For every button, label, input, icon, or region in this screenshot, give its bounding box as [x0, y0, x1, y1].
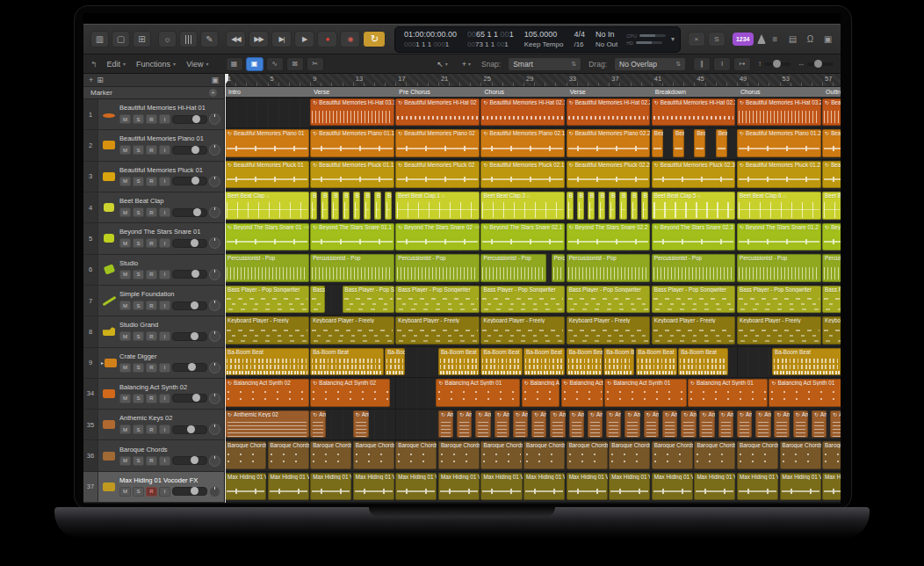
inspector-button[interactable]: ▢ — [112, 31, 130, 47]
track-m-button[interactable]: M — [119, 456, 131, 466]
volume-slider[interactable] — [172, 487, 207, 496]
track-s-button[interactable]: S — [133, 270, 144, 279]
arrange-track-lane[interactable]: Ba-Boom BeatBa-Boom BeatBa-Boom BeatBa-B… — [225, 347, 841, 378]
track-m-button[interactable]: M — [119, 487, 131, 497]
region[interactable]: Beautiful Memories Piano — [716, 129, 727, 156]
region[interactable]: B — [598, 192, 605, 219]
lcd-tempo[interactable]: 105.0000 Keep Tempo — [519, 28, 569, 51]
track-name[interactable]: Beyond The Stars Snare 01 — [119, 228, 220, 236]
region[interactable]: ↻Anthemic Keys 02 — [310, 410, 326, 438]
pan-knob[interactable] — [209, 455, 220, 467]
region[interactable]: Max Hiding 01 Vocoder FX — [523, 473, 565, 500]
arrange-track-lane[interactable]: Max Hiding 01 Vocoder FXMax Hiding 01 Vo… — [225, 472, 841, 503]
track-s-button[interactable]: S — [133, 331, 144, 341]
region[interactable]: ↻Beautiful Memories Pluck 01.2 — [737, 161, 821, 188]
region[interactable]: ↻Beautiful Memories Hi-Hat 02.2 — [567, 98, 651, 126]
track-i-button[interactable]: I — [159, 114, 170, 124]
region[interactable]: ↻Anthemic Keys 02 — [624, 410, 639, 438]
section-marker[interactable]: Intro — [225, 87, 314, 97]
region[interactable]: Bass Player - Pop Songwriter — [652, 286, 736, 313]
region[interactable]: Percussionist - Pop — [395, 254, 480, 281]
volume-slider-knob[interactable] — [191, 177, 199, 185]
track-m-button[interactable]: M — [119, 207, 131, 217]
x-button[interactable]: × — [688, 32, 705, 47]
regions-view-button[interactable]: ▣ — [246, 57, 263, 71]
region[interactable]: Bass Player - Pop Songwriter — [395, 286, 480, 313]
track-m-button[interactable]: M — [119, 177, 131, 186]
cycle-button[interactable]: ↻ — [363, 31, 386, 47]
track-s-button[interactable]: S — [133, 207, 144, 217]
region[interactable]: ↻Beyond The Stars Snare 02.2 — [567, 223, 651, 250]
browsers-button[interactable]: ▣ — [822, 34, 834, 44]
track-m-button[interactable]: M — [119, 424, 131, 434]
arrange-track-lane[interactable]: ↻Beautiful Memories Hi-Hat 03.1↻Beautifu… — [225, 98, 841, 128]
track-r-button[interactable]: R — [146, 487, 157, 497]
region[interactable]: ↻Beautiful Memories Piano — [822, 129, 841, 156]
fast-forward-button[interactable]: ▶▶ — [249, 31, 269, 47]
region[interactable]: ↻Beautiful Memories Hi-Hat 03.1 — [310, 98, 394, 126]
region[interactable]: ↻Beautiful Memories Hi-Hat 03.2 — [737, 98, 821, 126]
section-marker[interactable]: Verse — [310, 87, 399, 97]
track-name[interactable]: Anthemic Keys 02 — [119, 414, 220, 422]
track-header[interactable]: 5Beyond The Stars Snare 01MSRI — [83, 223, 224, 254]
region[interactable]: Percussionist - Pop — [737, 254, 821, 281]
region[interactable]: ↻Beautiful Memories Pluck 01.1 — [310, 161, 394, 188]
volume-slider[interactable] — [172, 208, 207, 217]
region[interactable]: ↻Anthemic Keys 02 — [793, 410, 808, 438]
region[interactable]: Percussionist - Pop — [310, 254, 394, 281]
region[interactable]: Max Hiding 01 Vocoder FX — [694, 473, 735, 500]
track-s-button[interactable]: S — [133, 363, 144, 373]
region[interactable]: Percussionist - Pop — [822, 254, 841, 281]
track-m-button[interactable]: M — [119, 114, 131, 124]
track-i-button[interactable]: I — [159, 301, 170, 310]
track-header[interactable]: 2Beautiful Memories Piano 01MSRI — [83, 130, 224, 161]
playhead[interactable] — [225, 74, 226, 503]
region[interactable]: ↻Beautiful Memories Piano 02.2 — [567, 129, 651, 156]
region[interactable]: B — [641, 192, 648, 219]
region[interactable]: ↻Anthemic Keys 02 — [438, 410, 453, 438]
region[interactable]: ↻Beautiful Memories Hi-Hat 02.3 — [652, 98, 736, 126]
region[interactable]: ↻Anthemic Keys 02 — [513, 410, 528, 438]
region[interactable]: Keyboard Player - Freely — [652, 316, 736, 344]
arrange-track-lane[interactable]: Keyboard Player - FreelyKeyboard Player … — [225, 316, 841, 346]
region[interactable]: Beet Beat Clap.3⌂ — [480, 192, 565, 219]
track-i-button[interactable]: I — [159, 177, 170, 186]
region[interactable]: Ba-Boom Beat — [523, 348, 565, 375]
region[interactable]: ↻Anthemic Keys 02 — [774, 410, 789, 438]
track-m-button[interactable]: M — [119, 301, 131, 310]
note-pads-button[interactable]: ▤ — [787, 34, 799, 44]
region[interactable]: Ba-Boom Beat — [636, 348, 677, 375]
section-marker[interactable]: Breakdown — [652, 87, 740, 97]
smart-controls-button[interactable]: ☼ — [158, 31, 177, 47]
drag-menu[interactable]: No Overlap⇅ — [614, 57, 686, 71]
add-track-button[interactable]: + — [89, 76, 93, 84]
track-s-button[interactable]: S — [133, 301, 144, 310]
region[interactable]: Ba-Boom Beat — [385, 348, 405, 375]
volume-slider[interactable] — [172, 456, 207, 465]
lcd-options-chevron[interactable]: ▾ — [669, 28, 676, 51]
volume-slider-knob[interactable] — [192, 115, 200, 123]
track-name[interactable]: Beautiful Memories Piano 01 — [119, 134, 220, 142]
region[interactable]: Baroque Chords — [480, 441, 522, 468]
command-click-tool-menu[interactable]: +▾ — [458, 59, 474, 69]
track-s-button[interactable]: S — [133, 177, 144, 186]
region[interactable]: Ba-Boom Beat — [438, 348, 480, 375]
volume-slider[interactable] — [172, 115, 207, 124]
list-editors-button[interactable]: ≡ — [769, 34, 782, 44]
track-r-button[interactable]: R — [146, 301, 157, 310]
region[interactable]: Baroque Chords — [225, 441, 266, 468]
pan-knob[interactable] — [209, 144, 220, 156]
marquee-button[interactable]: ⊠ — [286, 57, 304, 71]
track-r-button[interactable]: R — [146, 394, 157, 403]
track-r-button[interactable]: R — [146, 207, 157, 217]
pan-knob[interactable] — [209, 113, 220, 125]
view-menu[interactable]: View▾ — [182, 59, 213, 69]
region[interactable]: Beet Beat Clap.1⌂ — [395, 192, 480, 219]
pan-knob[interactable] — [209, 393, 220, 404]
region[interactable]: Beautiful Memories Piano — [694, 129, 705, 156]
region[interactable]: ↻Beyond The Stars Snare — [822, 223, 841, 250]
track-r-button[interactable]: R — [146, 114, 157, 124]
quick-help-button[interactable]: ⊞ — [133, 31, 151, 47]
solo-button[interactable]: S — [708, 32, 725, 47]
region[interactable]: ↻Anthemic Keys 02 — [531, 410, 546, 438]
